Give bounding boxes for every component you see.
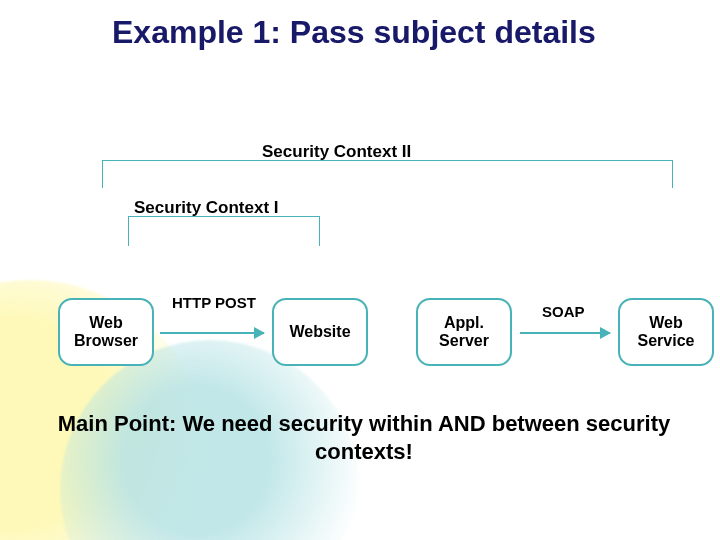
security-context-1-bracket [128, 216, 320, 246]
main-point-text: Main Point: We need security within AND … [54, 410, 674, 465]
security-context-2-bracket [102, 160, 673, 188]
arrow-server-to-service [520, 332, 610, 334]
slide-title: Example 1: Pass subject details [112, 16, 632, 50]
node-website: Website [272, 298, 368, 366]
arrow-label-soap: SOAP [542, 303, 585, 320]
slide: Example 1: Pass subject details Security… [0, 0, 720, 540]
node-web-browser: Web Browser [58, 298, 154, 366]
security-context-1-label: Security Context I [134, 198, 279, 218]
security-context-2-label: Security Context II [262, 142, 411, 162]
arrow-browser-to-website [160, 332, 264, 334]
node-appl-server: Appl. Server [416, 298, 512, 366]
node-web-service: Web Service [618, 298, 714, 366]
arrow-label-http-post: HTTP POST [172, 294, 256, 311]
